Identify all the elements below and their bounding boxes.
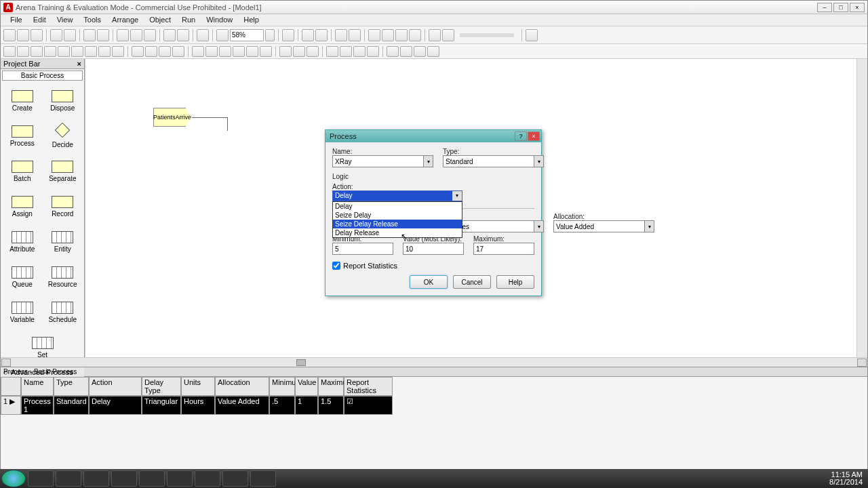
module-schedule[interactable]: Schedule <box>45 296 80 329</box>
polygon-icon[interactable] <box>85 46 97 57</box>
type-input[interactable] <box>443 155 534 167</box>
menu-window[interactable]: Window <box>201 14 238 26</box>
connect-icon[interactable] <box>282 29 294 41</box>
col-delaytype[interactable]: Delay Type <box>142 377 181 396</box>
maximize-button[interactable]: □ <box>833 3 848 12</box>
copy-icon[interactable] <box>130 29 142 41</box>
text-icon[interactable] <box>112 46 124 57</box>
cancel-button[interactable]: Cancel <box>453 275 491 289</box>
box-icon[interactable] <box>71 46 83 57</box>
counter-icon[interactable] <box>367 46 379 57</box>
action-option-delay-release[interactable]: Delay Release <box>333 228 462 237</box>
level-icon[interactable] <box>353 46 366 57</box>
clock-icon[interactable] <box>279 46 292 57</box>
basic-process-header[interactable]: Basic Process <box>2 70 83 81</box>
action-option-seize-delay[interactable]: Seize Delay <box>333 211 462 220</box>
units-dropdown-icon[interactable]: ▾ <box>534 220 544 232</box>
pause-icon[interactable] <box>409 29 421 41</box>
menu-run[interactable]: Run <box>176 14 201 26</box>
node-patients-arrive[interactable]: PatientsArrive <box>153 108 191 127</box>
scroll-right-icon[interactable] <box>857 359 867 367</box>
help-button[interactable]: Help <box>496 275 534 289</box>
menu-edit[interactable]: Edit <box>28 14 52 26</box>
task-explorer[interactable] <box>28 470 54 487</box>
line-width-icon[interactable] <box>192 46 204 57</box>
ellipse-icon[interactable] <box>98 46 111 57</box>
new-icon[interactable] <box>3 29 16 41</box>
name-dropdown-icon[interactable]: ▾ <box>424 155 433 167</box>
module-variable[interactable]: Variable <box>5 296 40 329</box>
dialog-titlebar[interactable]: Process ? × <box>326 130 541 142</box>
tray-volume-icon[interactable] <box>818 474 827 483</box>
scroll-thumb[interactable] <box>296 359 306 366</box>
module-resource[interactable]: Resource <box>45 261 80 293</box>
col-rowhead[interactable] <box>1 377 21 396</box>
tray-flag-icon[interactable] <box>795 474 804 483</box>
task-arena[interactable] <box>250 470 276 487</box>
detach-icon[interactable] <box>64 29 76 41</box>
histogram-icon[interactable] <box>340 46 352 57</box>
text-color-icon[interactable] <box>159 46 171 57</box>
task-media[interactable] <box>111 470 137 487</box>
redo-icon[interactable] <box>177 29 189 41</box>
arc-icon[interactable] <box>44 46 56 57</box>
task-office[interactable] <box>83 470 109 487</box>
task-vlc[interactable] <box>139 470 165 487</box>
menu-tools[interactable]: Tools <box>78 14 106 26</box>
align-icon[interactable] <box>233 46 245 57</box>
col-allocation[interactable]: Allocation <box>215 377 269 396</box>
line-style-icon[interactable] <box>205 46 218 57</box>
tray-network-icon[interactable] <box>806 474 816 483</box>
context-help-icon[interactable] <box>526 29 538 41</box>
run-icon[interactable] <box>335 29 347 41</box>
scroll-left-icon[interactable] <box>1 359 11 367</box>
col-name[interactable]: Name <box>21 377 54 396</box>
module-queue[interactable]: Queue <box>5 261 40 293</box>
action-option-delay[interactable]: Delay <box>333 202 462 211</box>
date-icon[interactable] <box>293 46 305 57</box>
module-attribute[interactable]: Attribute <box>5 226 40 258</box>
module-separate[interactable]: Separate <box>45 155 80 188</box>
action-dropdown-icon[interactable]: ▾ <box>452 191 462 201</box>
fastfwd-icon[interactable] <box>395 29 408 41</box>
bg-color-icon[interactable] <box>172 46 184 57</box>
allocation-dropdown-icon[interactable]: ▾ <box>645 220 654 232</box>
close-button[interactable]: × <box>850 3 865 12</box>
report-stats-checkbox[interactable] <box>332 262 340 270</box>
name-input[interactable] <box>332 155 424 167</box>
start-button[interactable] <box>1 470 26 487</box>
module-decide[interactable]: Decide <box>45 120 80 152</box>
ok-button[interactable]: OK <box>410 275 448 289</box>
minimize-button[interactable]: – <box>817 3 832 12</box>
module-set[interactable]: Set <box>2 331 83 364</box>
arrow-style-icon[interactable] <box>219 46 231 57</box>
min-input[interactable] <box>332 243 393 255</box>
polyline-icon[interactable] <box>31 46 43 57</box>
dialog-close-icon[interactable]: × <box>528 131 540 141</box>
zoom-icon[interactable] <box>216 29 229 41</box>
layers-icon[interactable] <box>197 29 209 41</box>
task-ie[interactable] <box>167 470 193 487</box>
task-powerpoint[interactable] <box>195 470 220 487</box>
print-icon[interactable] <box>83 29 96 41</box>
undo-icon[interactable] <box>163 29 176 41</box>
col-max[interactable]: Maximum <box>318 377 344 396</box>
col-units[interactable]: Units <box>181 377 215 396</box>
horizontal-scrollbar[interactable] <box>1 357 867 367</box>
tray-clock[interactable]: 11:15 AM 8/21/2014 <box>829 471 863 486</box>
animate-global-icon[interactable] <box>414 46 426 57</box>
module-assign[interactable]: Assign <box>5 190 40 223</box>
distribute-icon[interactable] <box>246 46 258 57</box>
menu-object[interactable]: Object <box>144 14 176 26</box>
col-value[interactable]: Value <box>295 377 318 396</box>
line-color-icon[interactable] <box>145 46 157 57</box>
module-record[interactable]: Record <box>45 190 80 223</box>
menu-arrange[interactable]: Arrange <box>106 14 144 26</box>
task-notepad[interactable] <box>222 470 248 487</box>
max-input[interactable] <box>473 243 534 255</box>
cut-icon[interactable] <box>117 29 129 41</box>
flip-icon[interactable] <box>260 46 272 57</box>
menu-view[interactable]: View <box>52 14 79 26</box>
attach-icon[interactable] <box>50 29 62 41</box>
step-icon[interactable] <box>382 29 394 41</box>
